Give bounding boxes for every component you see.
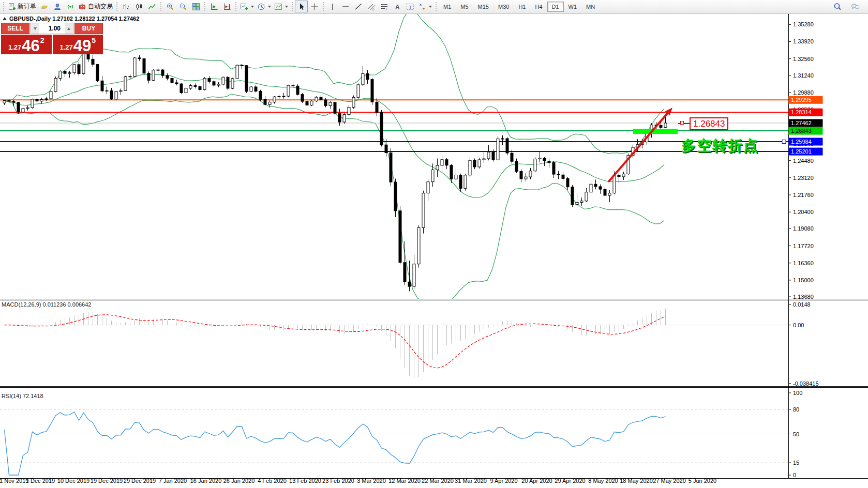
line-selection-handle[interactable] — [782, 140, 786, 144]
svg-text:1.15000: 1.15000 — [793, 277, 814, 283]
auto-trading-button[interactable]: 自动交易 — [77, 1, 114, 12]
collapse-panel-icon[interactable] — [3, 17, 7, 20]
news-icon — [66, 3, 74, 11]
svg-text:18 May 2020: 18 May 2020 — [620, 478, 653, 484]
rsi-label: RSI(14) 72.1418 — [2, 393, 43, 399]
zoom-out-button[interactable] — [176, 1, 189, 12]
text-tool-button[interactable]: A — [391, 1, 403, 12]
one-click-trading-panel: SELL 1.00 BUY 1.27 46 2 1.27 49 5 — [1, 23, 103, 54]
trend-arrow-line[interactable] — [608, 112, 669, 182]
svg-text:23 Feb 2020: 23 Feb 2020 — [322, 478, 354, 484]
svg-text:1.13680: 1.13680 — [793, 294, 814, 300]
contacts-button[interactable] — [51, 1, 64, 12]
gold-button[interactable] — [38, 1, 51, 12]
svg-text:80: 80 — [793, 406, 799, 413]
svg-text:A: A — [395, 3, 400, 10]
timeframe-h1-button[interactable]: H1 — [514, 2, 530, 12]
price-flag[interactable]: 1.26843 — [690, 117, 728, 130]
tile-windows-icon — [192, 3, 200, 11]
line-chart-icon — [148, 3, 156, 11]
svg-text:19 Dec 2019: 19 Dec 2019 — [91, 478, 123, 484]
fibonacci-button[interactable]: F — [378, 1, 391, 12]
vertical-line-icon — [328, 3, 337, 11]
chart-window: T1.352801.339201.325601.312401.298801.28… — [0, 14, 868, 488]
bollinger-lower[interactable] — [3, 94, 664, 305]
bar-chart-button[interactable] — [119, 1, 132, 12]
main-price-pane[interactable]: T — [0, 14, 788, 304]
rsi-pane[interactable] — [0, 409, 788, 475]
svg-text:1.35280: 1.35280 — [793, 21, 814, 27]
svg-text:1.29295: 1.29295 — [791, 97, 812, 103]
toolbar-grip — [436, 2, 437, 11]
svg-text:1.21760: 1.21760 — [793, 192, 814, 198]
buy-button[interactable]: BUY — [74, 23, 103, 34]
rsi-line[interactable] — [5, 412, 666, 475]
volume-decrease-button[interactable] — [31, 23, 39, 34]
timeframe-mn-button[interactable]: MN — [581, 2, 600, 12]
gold-icon — [40, 3, 49, 11]
crosshair-button[interactable] — [308, 1, 321, 12]
indicators-button[interactable] — [238, 1, 256, 12]
candlestick-button[interactable] — [132, 1, 145, 12]
templates-button[interactable] — [273, 1, 290, 12]
svg-text:27 May 2020: 27 May 2020 — [653, 478, 686, 484]
svg-text:5 Jun 2020: 5 Jun 2020 — [689, 478, 716, 484]
fibonacci-icon: F — [380, 3, 388, 11]
bollinger-middle[interactable] — [3, 74, 664, 197]
svg-text:22 Mar 2020: 22 Mar 2020 — [422, 478, 454, 484]
zoom-in-button[interactable] — [163, 1, 176, 12]
timeframe-m30-button[interactable]: M30 — [493, 2, 514, 12]
tile-windows-button[interactable] — [189, 1, 202, 12]
horizontal-line-icon — [341, 3, 350, 11]
chat-button[interactable] — [849, 1, 862, 12]
auto-scroll-button[interactable] — [207, 1, 220, 12]
svg-text:1.25201: 1.25201 — [791, 148, 812, 155]
macd-pane[interactable] — [0, 309, 788, 379]
macd-signal-line[interactable] — [5, 315, 666, 368]
timeframe-m1-button[interactable]: M1 — [439, 2, 456, 12]
volume-increase-button[interactable] — [65, 23, 73, 34]
timeframe-m5-button[interactable]: M5 — [456, 2, 473, 12]
chart-shift-button[interactable] — [220, 1, 233, 12]
sell-button[interactable]: SELL — [1, 23, 29, 34]
svg-text:10 Dec 2019: 10 Dec 2019 — [57, 478, 89, 484]
vertical-line-button[interactable] — [326, 1, 339, 12]
sell-price-button[interactable]: 1.27 46 2 — [1, 35, 52, 54]
toolbar-grip — [292, 2, 293, 11]
channel-button[interactable]: E — [365, 1, 378, 12]
search-icon — [833, 3, 842, 11]
svg-text:1.25984: 1.25984 — [791, 139, 812, 145]
svg-text:1.28314: 1.28314 — [791, 109, 812, 115]
timeframe-h4-button[interactable]: H4 — [530, 2, 547, 12]
toolbar-grip — [160, 2, 161, 11]
news-button[interactable] — [64, 1, 77, 12]
timeframe-w1-button[interactable]: W1 — [564, 2, 582, 12]
auto-scroll-icon — [210, 3, 218, 11]
timeframe-d1-button[interactable]: D1 — [547, 2, 564, 12]
chevron-down-icon — [285, 6, 288, 8]
volume-value[interactable]: 1.00 — [39, 23, 65, 34]
horizontal-line-button[interactable] — [339, 1, 352, 12]
trendline-button[interactable] — [352, 1, 365, 12]
auto-trading-label: 自动交易 — [88, 2, 113, 11]
mt4-window: 新订单 自动交易 — [0, 0, 868, 488]
time-axis: 21 Nov 20191 Dec 201910 Dec 201919 Dec 2… — [0, 478, 716, 484]
zoom-out-icon — [179, 3, 187, 11]
periods-button[interactable] — [256, 1, 273, 12]
search-button[interactable] — [831, 1, 844, 12]
label-tool-button[interactable]: T — [403, 1, 416, 12]
cursor-button[interactable] — [295, 1, 308, 12]
new-order-button[interactable]: 新订单 — [6, 1, 38, 12]
price-flag-handle[interactable] — [680, 121, 684, 125]
chart-plot-svg[interactable]: T1.352801.339201.325601.312401.298801.28… — [0, 14, 868, 488]
timeframe-m15-button[interactable]: M15 — [473, 2, 493, 12]
buy-price-button[interactable]: 1.27 49 5 — [53, 35, 103, 54]
svg-text:21 Nov 2019: 21 Nov 2019 — [0, 478, 28, 484]
arrows-button[interactable] — [416, 1, 433, 12]
svg-text:4 Feb 2020: 4 Feb 2020 — [258, 478, 287, 484]
svg-text:20 Apr 2020: 20 Apr 2020 — [521, 478, 552, 484]
line-chart-button[interactable] — [145, 1, 158, 12]
turning-point-note[interactable]: 多空转折点 — [681, 136, 759, 156]
highlight-band[interactable] — [633, 129, 678, 134]
svg-text:1.29880: 1.29880 — [793, 89, 814, 96]
